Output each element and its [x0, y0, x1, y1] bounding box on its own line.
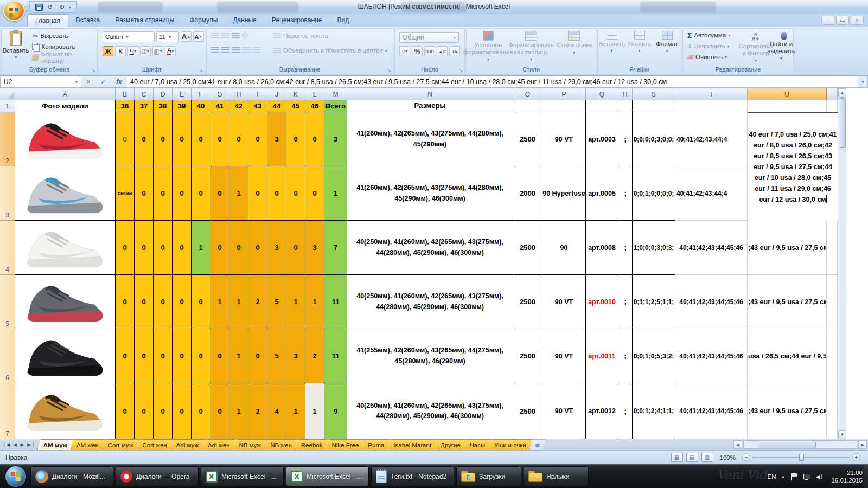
conditional-formatting-button[interactable]: Условное форматирование ▾: [468, 29, 509, 66]
empty-cell[interactable]: [827, 329, 838, 383]
format-as-table-button[interactable]: Форматировать как таблицу ▾: [510, 29, 552, 66]
size-cell[interactable]: 0: [248, 329, 267, 383]
size-cell[interactable]: 0: [286, 166, 305, 221]
align-middle-icon[interactable]: [221, 33, 229, 38]
action-center-flag-icon[interactable]: [790, 473, 798, 480]
network-icon[interactable]: [803, 473, 811, 480]
model-cell[interactable]: 90 VT: [542, 112, 586, 166]
workbook-close-icon[interactable]: ×: [851, 16, 864, 25]
size-header-cell[interactable]: 41: [210, 100, 229, 112]
expand-formula-bar-icon[interactable]: ▾: [858, 76, 868, 88]
sheet-tab[interactable]: Уши и очки: [488, 439, 532, 450]
article-cell[interactable]: арт.0008: [586, 221, 618, 275]
size-cell[interactable]: 1: [229, 275, 248, 329]
size-cell[interactable]: 1: [286, 383, 305, 439]
sheet-tab[interactable]: Часы: [464, 439, 491, 450]
size-cell[interactable]: 2: [305, 329, 324, 383]
normal-view-icon[interactable]: ▦: [671, 453, 683, 462]
italic-button[interactable]: К: [115, 46, 126, 56]
size-cell[interactable]: 1: [229, 166, 248, 221]
size-cell[interactable]: 3: [267, 112, 286, 166]
sheet-tab-active[interactable]: АМ муж: [37, 439, 73, 450]
product-photo[interactable]: [15, 383, 116, 439]
size-cell[interactable]: 0: [116, 275, 135, 329]
horizontal-scrollbar[interactable]: [743, 440, 857, 449]
size-cell[interactable]: 0: [116, 383, 135, 439]
format-cells-button[interactable]: Формат ▾: [654, 29, 681, 66]
formula-input[interactable]: 40 eur / 7,0 usa / 25,0 см;41 eur / 8,0 …: [127, 76, 858, 88]
row-header[interactable]: 3: [0, 166, 15, 221]
sizes-list-cell[interactable]: 40;41;42;43;44;45;46: [675, 383, 748, 439]
taskbar-button-opera[interactable]: Диалоги — Opera: [116, 466, 199, 486]
orientation-icon[interactable]: [241, 31, 250, 40]
size-cell[interactable]: 0: [116, 221, 135, 275]
stock-string-cell[interactable]: 0;0;1;2;4;1;1;: [633, 383, 675, 439]
sheet-tab[interactable]: Isabel Marant: [387, 439, 437, 450]
sizes-text-cell[interactable]: 40(250мм), 41(260мм), 42(265мм), 43(275м…: [347, 383, 513, 439]
stock-string-cell[interactable]: 1;0;0;0;3;0;3;: [633, 221, 675, 275]
prev-sheet-icon[interactable]: ◀: [13, 442, 17, 447]
font-name-select[interactable]: Calibri▾: [103, 31, 155, 42]
sheet-tab[interactable]: АМ жен: [71, 439, 105, 450]
size-cell[interactable]: 3: [267, 221, 286, 275]
merge-center-button[interactable]: Объединить и поместить в центре ▾: [271, 45, 390, 56]
taskbar-button-downloads[interactable]: ⇩ Загрузки: [456, 466, 521, 486]
number-dialog-launcher-icon[interactable]: ↘: [458, 68, 463, 73]
tab-home[interactable]: Главная: [27, 14, 68, 27]
underline-button[interactable]: Ч▾: [127, 46, 138, 56]
last-sheet-icon[interactable]: ▶❘: [27, 442, 35, 447]
size-cell[interactable]: 0: [210, 166, 229, 221]
size-cell[interactable]: 0: [210, 383, 229, 439]
semicolon-cell[interactable]: ;: [618, 221, 633, 275]
stock-string-cell[interactable]: 0;0;0;0;3;0;0;: [633, 112, 675, 166]
page-break-view-icon[interactable]: ▥: [701, 453, 713, 462]
sheet-tab[interactable]: Cort жен: [136, 439, 173, 450]
row-header[interactable]: 4: [0, 221, 15, 275]
col-header[interactable]: F: [192, 88, 210, 100]
name-box-dropdown-icon[interactable]: ▾: [75, 80, 78, 85]
total-cell[interactable]: 9: [324, 383, 347, 439]
size-header-cell[interactable]: 45: [286, 100, 305, 112]
tab-formulas[interactable]: Формулы: [182, 14, 225, 27]
size-header-cell[interactable]: 36: [116, 100, 135, 112]
article-cell[interactable]: арт.0012: [586, 383, 618, 439]
col-header[interactable]: S: [633, 88, 675, 100]
col-header[interactable]: Q: [586, 88, 618, 100]
cell-edit-overlay[interactable]: 40 eur / 7,0 usa / 25,0 см;41 eur / 8,0 …: [748, 112, 838, 221]
sizes-list-cell[interactable]: 40;41;42;43;44;45;46: [675, 221, 748, 275]
semicolon-cell[interactable]: ;: [618, 166, 633, 221]
size-cell[interactable]: 0: [192, 166, 210, 221]
size-cell[interactable]: 4: [267, 383, 286, 439]
price-cell[interactable]: 2500: [513, 112, 542, 166]
size-cell[interactable]: 0: [135, 112, 154, 166]
enter-icon[interactable]: ✓: [100, 78, 106, 86]
sizes-text-cell[interactable]: 40(250мм), 41(260мм), 42(265мм), 43(275м…: [347, 221, 513, 275]
article-cell[interactable]: арт.0003: [586, 112, 618, 166]
price-string-cell[interactable]: ;43 eur / 9,5 usa / 27,5 см;44: [748, 383, 827, 439]
size-cell[interactable]: 0: [173, 221, 192, 275]
price-cell[interactable]: 2500: [513, 329, 542, 383]
size-cell[interactable]: 0: [192, 112, 210, 166]
sizes-list-cell[interactable]: 40;41;42;43;44;4: [675, 166, 748, 221]
sheet-tab[interactable]: Adi муж: [170, 439, 205, 450]
taskbar-button-excel-2[interactable]: Microsoft Excel - ...: [286, 466, 369, 486]
article-cell[interactable]: арт.0010: [586, 275, 618, 329]
price-cell[interactable]: 2500: [513, 221, 542, 275]
price-string-cell[interactable]: usa / 26,5 см;44 eur / 9,5 usa /: [748, 329, 827, 383]
align-bottom-icon[interactable]: [232, 33, 240, 38]
vertical-scroll-thumb[interactable]: [839, 98, 846, 148]
alignment-dialog-launcher-icon[interactable]: ↘: [387, 68, 391, 73]
size-cell[interactable]: 0: [173, 166, 192, 221]
find-select-button[interactable]: Найти и выделить▾: [769, 30, 794, 61]
sheet-tab[interactable]: Другие: [435, 439, 467, 450]
photo-header-cell[interactable]: Фото модели: [15, 100, 116, 112]
sheet-tab[interactable]: NB муж: [233, 439, 267, 450]
size-cell[interactable]: 1: [229, 383, 248, 439]
start-button[interactable]: [5, 466, 26, 487]
insert-cells-button[interactable]: Вставить ▾: [598, 29, 626, 66]
size-header-cell[interactable]: 43: [248, 100, 267, 112]
show-desktop-button[interactable]: [864, 465, 868, 488]
cut-button[interactable]: ✂ Вырезать: [30, 30, 97, 41]
font-size-select[interactable]: 11▾: [156, 31, 179, 42]
size-cell[interactable]: 0: [248, 221, 267, 275]
